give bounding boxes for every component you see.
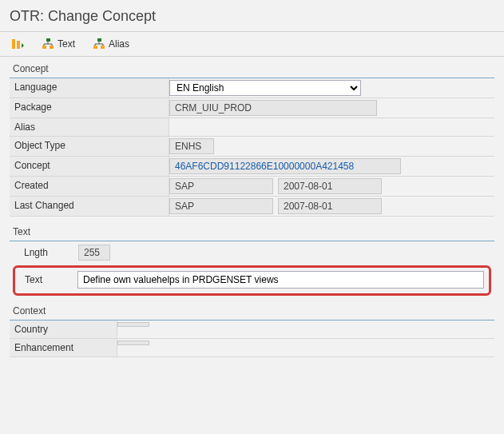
svg-rect-1 <box>17 41 20 49</box>
svg-rect-0 <box>12 39 15 49</box>
alias-button[interactable]: Alias <box>93 38 129 50</box>
country-label: Country <box>10 321 117 338</box>
text-section-title: Text <box>10 225 494 241</box>
language-select[interactable]: EN English <box>169 80 361 96</box>
text-input[interactable] <box>77 271 484 289</box>
object-type-row: Object Type ENHS <box>10 137 494 157</box>
created-row: Created SAP 2007-08-01 <box>10 177 494 197</box>
alias-button-label: Alias <box>109 38 129 50</box>
execute-button[interactable] <box>11 38 24 50</box>
concept-id-value[interactable]: 46AF6CDD91122866E10000000A421458 <box>169 158 401 174</box>
text-field-label: Text <box>20 274 77 285</box>
country-value <box>117 322 149 327</box>
changed-by-value: SAP <box>169 198 273 214</box>
toolbar-divider <box>0 56 504 57</box>
object-type-label: Object Type <box>10 137 169 156</box>
concept-id-row: Concept 46AF6CDD91122866E10000000A421458 <box>10 157 494 177</box>
svg-rect-4 <box>50 46 54 49</box>
length-label: Lngth <box>24 247 78 258</box>
svg-rect-2 <box>46 38 50 42</box>
length-value: 255 <box>78 245 110 261</box>
language-row: Language EN English <box>10 78 494 98</box>
context-section-title: Context <box>10 304 494 321</box>
alias-row: Alias <box>10 118 494 137</box>
enhancement-row: Enhancement <box>10 339 494 357</box>
package-value: CRM_UIU_PROD <box>169 100 377 116</box>
concept-section: Concept Language EN English Package CRM_… <box>10 62 494 217</box>
last-changed-row: Last Changed SAP 2007-08-01 <box>10 197 494 217</box>
toolbar: Text Alias <box>0 32 504 56</box>
svg-rect-5 <box>97 38 101 42</box>
package-row: Package CRM_UIU_PROD <box>10 98 494 118</box>
svg-rect-7 <box>101 46 105 49</box>
execute-icon <box>11 38 24 50</box>
length-row: Lngth 255 <box>10 241 494 265</box>
language-label: Language <box>10 78 169 98</box>
context-section: Context Country Enhancement <box>10 304 494 357</box>
text-button[interactable]: Text <box>42 38 75 50</box>
country-row: Country <box>10 321 494 339</box>
hierarchy-icon <box>93 38 105 50</box>
object-type-value: ENHS <box>169 138 214 154</box>
concept-id-label: Concept <box>10 157 169 176</box>
page-header: OTR: Change Concept <box>0 0 504 31</box>
created-date-value: 2007-08-01 <box>278 178 382 194</box>
package-label: Package <box>10 98 169 117</box>
enhancement-value <box>117 340 149 345</box>
page-title: OTR: Change Concept <box>10 8 156 24</box>
changed-date-value: 2007-08-01 <box>278 198 382 214</box>
svg-rect-6 <box>93 46 97 49</box>
text-section: Text Lngth 255 Text <box>10 225 494 296</box>
text-button-label: Text <box>58 38 75 50</box>
text-highlight-box: Text <box>13 265 491 296</box>
enhancement-label: Enhancement <box>10 339 117 356</box>
alias-label: Alias <box>10 118 169 136</box>
concept-section-title: Concept <box>10 62 494 78</box>
created-label: Created <box>10 177 169 196</box>
created-by-value: SAP <box>169 178 273 194</box>
last-changed-label: Last Changed <box>10 197 169 216</box>
svg-rect-3 <box>42 46 46 49</box>
hierarchy-icon <box>42 38 54 50</box>
